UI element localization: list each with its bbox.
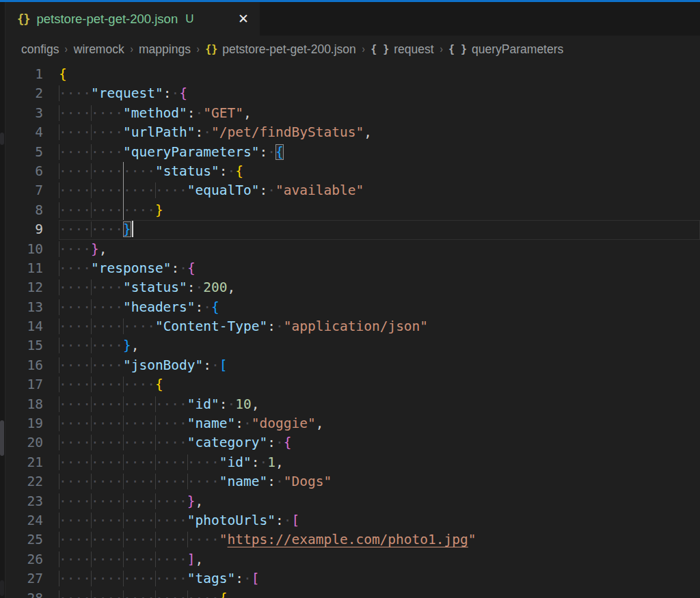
- code-token: ]: [187, 552, 196, 567]
- code-token: :: [203, 357, 211, 373]
- line-number: 5: [6, 143, 59, 162]
- scrollbar-decoration: [0, 420, 4, 456]
- breadcrumb-item-petstore-pet-get-200-json[interactable]: {}petstore-pet-get-200.json: [205, 42, 356, 57]
- line-number: 24: [6, 511, 59, 530]
- breadcrumb-label: mappings: [139, 42, 191, 57]
- code-line-1[interactable]: {: [59, 65, 700, 84]
- json-braces-icon: {}: [17, 12, 29, 26]
- close-icon[interactable]: ✕: [238, 12, 249, 25]
- whitespace-dots: ············: [59, 318, 155, 334]
- line-number: 23: [6, 492, 59, 511]
- line-number: 6: [6, 162, 59, 181]
- code-token: "category": [187, 435, 267, 450]
- code-token: ": [468, 532, 476, 547]
- whitespace-dots: ················: [59, 396, 187, 412]
- whitespace-dots: ·: [196, 280, 204, 295]
- tab-petstore-pet-get-200-json[interactable]: {} petstore-pet-get-200.json U ✕: [6, 2, 260, 36]
- line-number: 17: [6, 375, 59, 394]
- code-line-25[interactable]: ····················"https://example.com…: [59, 530, 700, 549]
- code-line-20[interactable]: ················"category":·{: [59, 433, 700, 452]
- code-line-3[interactable]: ········"method":·"GET",: [59, 104, 700, 123]
- line-number: 21: [6, 453, 59, 472]
- code-line-8[interactable]: ············}: [59, 201, 700, 220]
- code-token: "name": [187, 416, 235, 431]
- whitespace-dots: ····: [59, 260, 91, 276]
- code-token: :: [260, 182, 268, 198]
- code-line-19[interactable]: ················"name":·"doggie",: [59, 414, 700, 433]
- whitespace-dots: ····················: [59, 474, 219, 489]
- code-line-28[interactable]: ····················{: [59, 589, 700, 598]
- code-token: :: [187, 105, 196, 121]
- line-number: 27: [6, 569, 59, 588]
- line-number: 9: [6, 220, 59, 239]
- whitespace-dots: ·: [267, 144, 275, 160]
- code-line-7[interactable]: ················"equalTo":·"available": [59, 181, 700, 200]
- whitespace-dots: ················: [59, 435, 187, 450]
- code-line-6[interactable]: ············"status":·{: [59, 162, 700, 181]
- code-line-2[interactable]: ····"request":·{: [59, 84, 700, 103]
- code-token: :: [252, 454, 260, 470]
- line-number: 3: [6, 104, 59, 123]
- code-token: {: [59, 66, 67, 82]
- code-line-10[interactable]: ····},: [59, 240, 700, 259]
- code-token: {: [219, 590, 228, 598]
- breadcrumb-item-mappings[interactable]: mappings: [139, 42, 191, 57]
- code-line-22[interactable]: ····················"name":·"Dogs": [59, 472, 700, 491]
- code-token: "urlPath": [123, 124, 196, 140]
- code-token: :: [267, 435, 275, 450]
- line-number: 11: [6, 259, 59, 278]
- breadcrumb-label: wiremock: [74, 42, 124, 57]
- line-number: 28: [6, 589, 59, 598]
- code-editor[interactable]: 1234567891011121314151617181920212223242…: [6, 63, 700, 598]
- code-token: "application/json": [284, 318, 428, 334]
- code-token: :: [267, 474, 275, 489]
- whitespace-dots: ····: [59, 241, 91, 257]
- code-token: {: [275, 144, 284, 160]
- active-indent-guide: [123, 162, 124, 220]
- whitespace-dots: ················: [59, 571, 187, 586]
- code-token: "id": [219, 454, 252, 470]
- scrollbar-decoration: [0, 133, 4, 145]
- code-token: }: [123, 221, 131, 237]
- code-line-15[interactable]: ········},: [59, 336, 700, 355]
- code-token: "Dogs": [284, 474, 332, 489]
- line-number: 25: [6, 530, 59, 549]
- code-line-13[interactable]: ········"headers":·{: [59, 298, 700, 317]
- code-token: :: [196, 124, 204, 140]
- code-token: :: [219, 163, 228, 179]
- code-token: [: [219, 357, 228, 373]
- code-token: "equalTo": [187, 182, 260, 198]
- code-line-4[interactable]: ········"urlPath":·"/pet/findByStatus",: [59, 123, 700, 142]
- breadcrumb-item-configs[interactable]: configs: [21, 42, 59, 57]
- git-untracked-badge: U: [185, 12, 193, 26]
- code-line-26[interactable]: ················],: [59, 550, 700, 569]
- code-line-21[interactable]: ····················"id":·1,: [59, 453, 700, 472]
- chevron-right-icon: ›: [440, 43, 442, 55]
- breadcrumb-item-request[interactable]: { }request: [371, 42, 433, 57]
- breadcrumb-item-queryparameters[interactable]: { }queryParameters: [448, 42, 563, 57]
- code-line-17[interactable]: ············{: [59, 375, 700, 394]
- line-number: 14: [6, 317, 59, 336]
- code-line-5[interactable]: ········"queryParameters":·{: [59, 143, 700, 162]
- code-token: "method": [123, 105, 187, 121]
- whitespace-dots: ·: [171, 85, 179, 101]
- code-token: "tags": [187, 571, 235, 586]
- code-token: ,: [228, 280, 236, 295]
- whitespace-dots: ········: [59, 221, 123, 237]
- code-line-11[interactable]: ····"response":·{: [59, 259, 700, 278]
- code-line-9[interactable]: ········}: [59, 220, 700, 239]
- code-line-27[interactable]: ················"tags":·[: [59, 569, 700, 588]
- code-line-23[interactable]: ················},: [59, 492, 700, 511]
- code-token: ,: [275, 454, 284, 470]
- code-line-18[interactable]: ················"id":·10,: [59, 395, 700, 414]
- code-token: {: [187, 260, 196, 276]
- breadcrumb: configs›wiremock›mappings›{}petstore-pet…: [6, 36, 700, 63]
- breadcrumb-item-wiremock[interactable]: wiremock: [74, 42, 124, 57]
- whitespace-dots: ·: [275, 318, 284, 334]
- code-line-24[interactable]: ················"photoUrls":·[: [59, 511, 700, 530]
- whitespace-dots: ·: [260, 454, 268, 470]
- code-line-16[interactable]: ········"jsonBody":·[: [59, 356, 700, 375]
- code-line-14[interactable]: ············"Content-Type":·"application…: [59, 317, 700, 336]
- code-token: ": [219, 532, 228, 547]
- code-line-12[interactable]: ········"status":·200,: [59, 278, 700, 297]
